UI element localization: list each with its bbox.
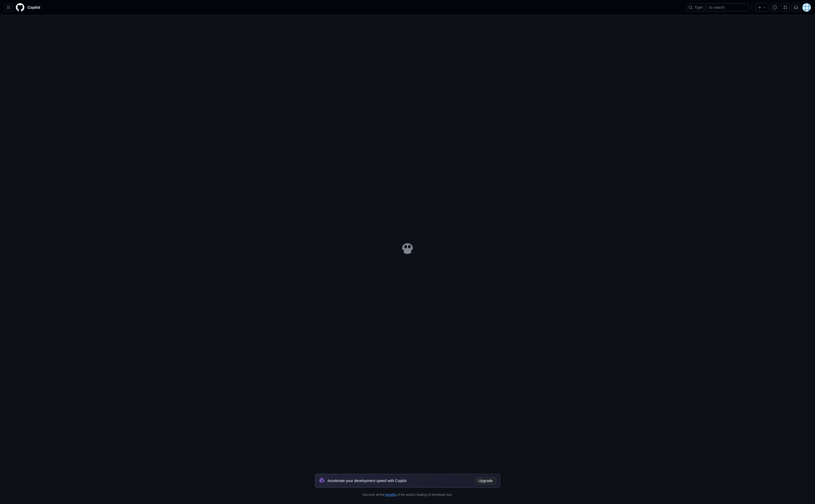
plus-icon xyxy=(758,5,762,10)
search-slash-key: / xyxy=(703,5,708,10)
search-input[interactable]: Type / to search xyxy=(686,3,749,11)
copilot-logo-large xyxy=(401,242,414,256)
avatar-pattern xyxy=(802,3,811,12)
record-icon xyxy=(773,5,777,10)
benefits-link[interactable]: benefits xyxy=(385,493,396,497)
discover-suffix: of the world's leading AI developer tool… xyxy=(396,493,452,497)
hamburger-icon xyxy=(6,5,11,10)
github-logo[interactable] xyxy=(16,3,24,12)
discover-prefix: Discover all the xyxy=(363,493,385,497)
create-new-button[interactable] xyxy=(755,3,768,12)
inbox-icon xyxy=(794,5,798,10)
hamburger-menu-button[interactable] xyxy=(4,3,13,12)
promo-banner: Accelerate your development speed with C… xyxy=(315,474,500,488)
page-title: Copilot xyxy=(28,5,40,10)
upgrade-button[interactable]: Upgrade xyxy=(474,477,497,485)
pull-requests-button[interactable] xyxy=(781,3,790,12)
discover-text: Discover all the benefits of the world's… xyxy=(363,493,452,497)
search-icon xyxy=(689,5,693,10)
header-divider xyxy=(752,5,752,10)
issues-button[interactable] xyxy=(771,3,779,12)
github-mark-icon xyxy=(16,3,24,12)
search-type-label: Type xyxy=(694,5,702,10)
promo-text: Accelerate your development speed with C… xyxy=(327,479,407,483)
notifications-button[interactable] xyxy=(792,3,800,12)
copilot-icon xyxy=(401,242,414,255)
copilot-small-icon xyxy=(319,478,324,484)
search-suffix-label: to search xyxy=(709,5,725,10)
user-avatar[interactable] xyxy=(802,3,811,12)
chevron-down-icon xyxy=(763,6,766,9)
pull-request-icon xyxy=(783,5,787,10)
main-content: Accelerate your development speed with C… xyxy=(0,15,815,504)
